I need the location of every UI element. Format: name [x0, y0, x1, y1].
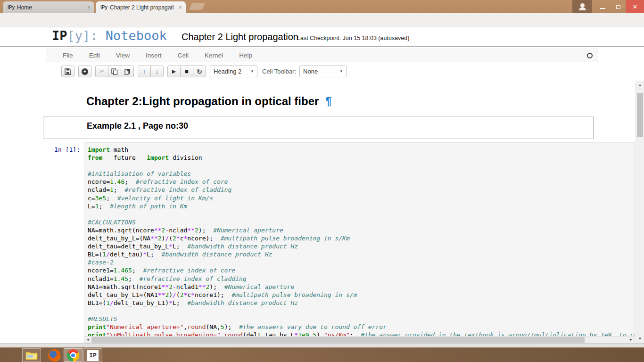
heading1-text: Chapter 2:Light propagation in optical f…	[86, 95, 319, 107]
ipython-favicon: IPy	[100, 5, 107, 10]
person-icon	[580, 3, 585, 8]
horizontal-scrollbar[interactable]: ◄ ►	[84, 336, 635, 343]
arrow-up-icon: ↑	[143, 68, 146, 75]
firefox-icon	[48, 349, 60, 362]
code-lines[interactable]: import mathfrom __future__ import divisi…	[84, 143, 635, 339]
horizontal-scroll-thumb[interactable]	[91, 337, 585, 343]
toolbar: + ✂ ↑ ↓ ▶ ■ ↻ Heading	[61, 66, 351, 78]
cell-type-value: Heading 2	[214, 68, 241, 75]
folder-icon	[25, 351, 38, 360]
tab-notebook[interactable]: IPy Chapter 2 Light propagati ×	[96, 1, 186, 13]
chevron-down-icon: ▼	[339, 69, 343, 74]
tab-close-icon[interactable]: ×	[87, 5, 91, 10]
scroll-down-icon[interactable]: ▼	[636, 335, 644, 342]
heading2-cell-selected[interactable]: Example 2.1 , Page no:30	[43, 116, 594, 139]
heading2-text: Example 2.1 , Page no:30	[87, 121, 188, 131]
code-cell[interactable]: In [1]: import mathfrom __future__ impor…	[0, 142, 636, 343]
notebook-area: Chapter 2:Light propagation in optical f…	[0, 81, 636, 343]
menu-file[interactable]: File	[55, 49, 81, 62]
kernel-status-icon	[587, 53, 593, 58]
minimize-icon	[600, 8, 605, 9]
scroll-up-icon[interactable]: ▲	[636, 82, 644, 89]
vertical-scrollbar[interactable]: ▲ ▼	[636, 81, 644, 343]
cell-toolbar-select[interactable]: None ▼	[299, 66, 347, 77]
menu-help[interactable]: Help	[231, 49, 260, 62]
stop-icon: ■	[185, 68, 189, 75]
scroll-left-icon[interactable]: ◄	[84, 337, 91, 343]
cut-cell-button[interactable]: ✂	[95, 66, 108, 77]
window-bottom-edge	[0, 343, 644, 347]
taskbar: IP ▲ 06:07:PM	[0, 347, 644, 362]
input-prompt: In [1]:	[52, 146, 80, 153]
restore-button[interactable]	[610, 0, 626, 13]
code-editor[interactable]: import mathfrom __future__ import divisi…	[84, 142, 635, 343]
header-divider	[0, 46, 644, 47]
save-button[interactable]	[61, 66, 74, 77]
vertical-scroll-thumb[interactable]	[637, 93, 643, 137]
move-cell-down-button[interactable]: ↓	[150, 66, 164, 77]
menu-cell[interactable]: Cell	[170, 49, 197, 62]
interrupt-kernel-button[interactable]: ■	[180, 66, 193, 77]
floppy-icon	[65, 68, 71, 75]
paste-icon	[124, 68, 131, 75]
anchor-link-icon[interactable]: ¶	[325, 95, 331, 107]
browser-titlebar: IPy Home × IPy Chapter 2 Light propagati…	[0, 0, 644, 13]
ipython-console-icon: IP	[87, 350, 99, 361]
notebook-title[interactable]: Chapter 2 Light propagation	[182, 32, 298, 42]
cell-toolbar-value: None	[303, 68, 318, 75]
run-cell-button[interactable]: ▶	[167, 66, 181, 77]
minimize-button[interactable]	[595, 0, 610, 13]
taskbar-file-explorer-button[interactable]	[22, 348, 41, 362]
tab-home[interactable]: IPy Home ×	[3, 1, 94, 13]
ipython-logo[interactable]: IP[y]: Notebook	[52, 28, 167, 43]
notebook-page: IP[y]: Notebook Chapter 2 Light propagat…	[0, 27, 644, 343]
profile-button[interactable]	[572, 0, 592, 13]
menu-insert[interactable]: Insert	[138, 49, 170, 62]
menu-kernel[interactable]: Kernel	[197, 49, 231, 62]
browser-navbar: ← → ↻ localhost:8888/notebooks/Chapter%2…	[0, 13, 644, 27]
close-window-button[interactable]: ✕	[626, 0, 644, 13]
add-cell-button[interactable]: +	[78, 66, 91, 77]
refresh-icon: ↻	[197, 68, 202, 75]
taskbar-chrome-button[interactable]	[64, 348, 83, 362]
taskbar-firefox-button[interactable]	[45, 348, 64, 362]
move-cell-up-button[interactable]: ↑	[138, 66, 151, 77]
heading1-cell[interactable]: Chapter 2:Light propagation in optical f…	[86, 95, 332, 108]
tab-title: Home	[17, 4, 84, 11]
cell-type-select[interactable]: Heading 2 ▼	[210, 66, 257, 77]
notebook-header: IP[y]: Notebook Chapter 2 Light propagat…	[0, 27, 644, 46]
checkpoint-status: Last Checkpoint: Jun 15 18:03 (autosaved…	[297, 35, 409, 41]
menu-bar: File Edit View Insert Cell Kernel Help	[46, 49, 598, 62]
chrome-icon	[67, 349, 79, 362]
cell-toolbar-label: Cell Toolbar:	[262, 66, 296, 77]
play-icon: ▶	[172, 68, 176, 74]
ipython-favicon: IPy	[8, 5, 15, 10]
screen: IPy Home × IPy Chapter 2 Light propagati…	[0, 0, 644, 362]
scroll-right-icon[interactable]: ►	[627, 337, 635, 343]
taskbar-ipython-button[interactable]: IP	[83, 348, 102, 362]
scissors-icon: ✂	[99, 68, 105, 75]
tab-close-icon[interactable]: ×	[179, 5, 182, 10]
restart-kernel-button[interactable]: ↻	[193, 66, 206, 77]
restore-icon	[616, 5, 620, 9]
tab-title: Chapter 2 Light propagati	[110, 4, 176, 11]
menu-edit[interactable]: Edit	[81, 49, 108, 62]
copy-cell-button[interactable]	[108, 66, 121, 77]
plus-circle-icon: +	[82, 68, 88, 75]
arrow-down-icon: ↓	[156, 68, 159, 75]
chevron-down-icon: ▼	[250, 69, 254, 74]
menu-view[interactable]: View	[108, 49, 138, 62]
copy-icon	[111, 68, 118, 75]
paste-cell-button[interactable]	[121, 66, 134, 77]
new-tab-button[interactable]	[189, 3, 206, 10]
